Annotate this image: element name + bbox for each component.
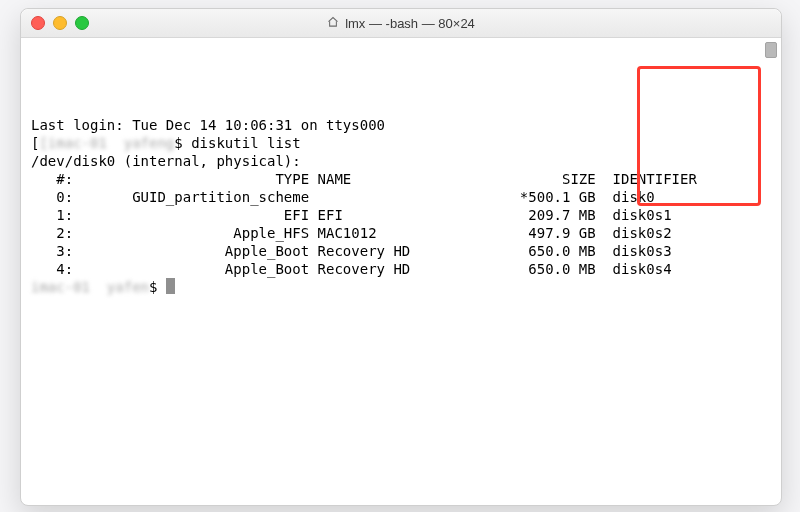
close-icon[interactable] [31, 16, 45, 30]
minimize-icon[interactable] [53, 16, 67, 30]
scrollbar-thumb[interactable] [765, 42, 777, 58]
table-row: 4: Apple_Boot Recovery HD 650.0 MB disk0… [31, 260, 773, 278]
window-controls [31, 16, 89, 30]
last-login-line: Last login: Tue Dec 14 10:06:31 on ttys0… [31, 116, 773, 134]
home-icon [327, 16, 339, 31]
prompt-line: [[imac-01 yafeng$ diskutil list [31, 134, 773, 152]
table-row: 1: EFI EFI 209.7 MB disk0s1 [31, 206, 773, 224]
table-row: 2: Apple_HFS MAC1012 497.9 GB disk0s2 [31, 224, 773, 242]
table-row: 3: Apple_Boot Recovery HD 650.0 MB disk0… [31, 242, 773, 260]
scrollbar-track[interactable] [765, 40, 779, 503]
cursor [166, 278, 175, 294]
table-row: 0: GUID_partition_scheme *500.1 GB disk0 [31, 188, 773, 206]
terminal-content[interactable]: Last login: Tue Dec 14 10:06:31 on ttys0… [21, 38, 781, 505]
prompt-line: imac-01 yafen$ [31, 278, 773, 296]
window-title: lmx — -bash — 80×24 [21, 16, 781, 31]
window-title-text: lmx — -bash — 80×24 [345, 16, 475, 31]
zoom-icon[interactable] [75, 16, 89, 30]
titlebar[interactable]: lmx — -bash — 80×24 [21, 9, 781, 38]
table-header-row: #: TYPE NAME SIZE IDENTIFIER [31, 170, 773, 188]
terminal-window: lmx — -bash — 80×24 Last login: Tue Dec … [20, 8, 782, 506]
disk-header-line: /dev/disk0 (internal, physical): [31, 152, 773, 170]
